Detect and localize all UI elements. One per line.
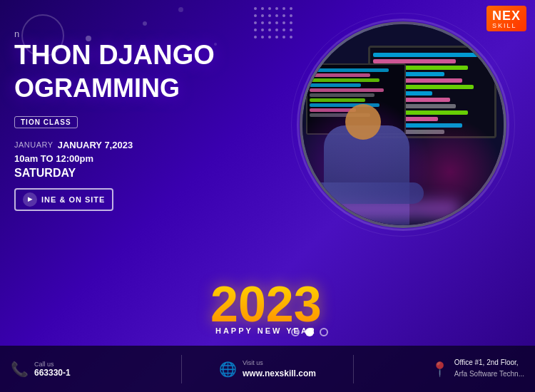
code-line (373, 53, 479, 57)
logo-text: NEXSKILL (492, 9, 521, 29)
address-line1: Office #1, 2nd Floor, (454, 359, 524, 366)
website-info: Visit us www.nexskill.com (243, 359, 316, 379)
date-item: JANUARY JANUARY 7,2023 (14, 140, 292, 150)
phone-section: 📞 Call us 663330-1 (11, 361, 181, 378)
logo: NEXSKILL (486, 6, 526, 31)
globe-icon: 🌐 (219, 361, 237, 378)
subtitle: OGRAMMING (14, 73, 292, 103)
website-label: Visit us (243, 359, 316, 366)
address-line2: Arfa Software Techn... (454, 370, 524, 378)
bottom-bar: 📞 Call us 663330-1 🌐 Visit us www.nexski… (0, 346, 535, 392)
phone-icon: 📞 (11, 361, 29, 378)
year-number: 2023 (210, 279, 322, 329)
circle-indicator-active (305, 328, 314, 336)
demo-badge: TION CLASS (14, 116, 78, 128)
person-head (345, 104, 381, 140)
hero-image-circle (300, 21, 506, 228)
event-details: JANUARY JANUARY 7,2023 10am TO 12:00pm S… (14, 140, 292, 211)
phone-value: 663330-1 (34, 368, 71, 378)
phone-info: Call us 663330-1 (34, 361, 71, 378)
video-icon-symbol: ▶ (28, 196, 33, 202)
main-title: THON DJANGO (14, 41, 292, 71)
pre-title: n (14, 29, 292, 39)
left-content: n THON DJANGO OGRAMMING TION CLASS JANUA… (0, 14, 307, 225)
year-section: 2023 HAPPY NEW YEAR (210, 279, 322, 335)
date-label-text: JANUARY (14, 140, 54, 149)
video-icon: ▶ (23, 192, 37, 207)
date-value: JANUARY 7,2023 (58, 140, 133, 150)
address-info: Office #1, 2nd Floor, Arfa Software Tech… (454, 359, 524, 379)
person-area (302, 111, 504, 225)
main-container: NEXSKILL (0, 0, 535, 392)
day-label: SATURDAY (14, 167, 292, 180)
phone-prefix: Call us (34, 361, 71, 368)
time-value: 10am TO 12:00pm (14, 153, 93, 164)
location-icon: 📍 (431, 361, 449, 378)
circle-indicator (320, 328, 328, 336)
website-section: 🌐 Visit us www.nexskill.com (182, 359, 352, 379)
online-badge-label: INE & ON SITE (41, 195, 105, 204)
phone-number: Call us 663330-1 (34, 361, 71, 378)
logo-box: NEXSKILL (486, 6, 526, 31)
circle-indicator (291, 328, 300, 336)
demo-badge-label: TION CLASS (21, 118, 71, 126)
monitor-visual (302, 24, 504, 225)
decorative-dot (178, 7, 183, 12)
person-arms (310, 182, 424, 204)
website-url: www.nexskill.com (243, 368, 316, 378)
online-badge: ▶ INE & ON SITE (14, 188, 113, 211)
address-section: 📍 Office #1, 2nd Floor, Arfa Software Te… (354, 359, 524, 379)
title-line1: THON DJANGO (14, 41, 292, 71)
bottom-circles (291, 328, 328, 336)
time-item: 10am TO 12:00pm (14, 153, 292, 164)
